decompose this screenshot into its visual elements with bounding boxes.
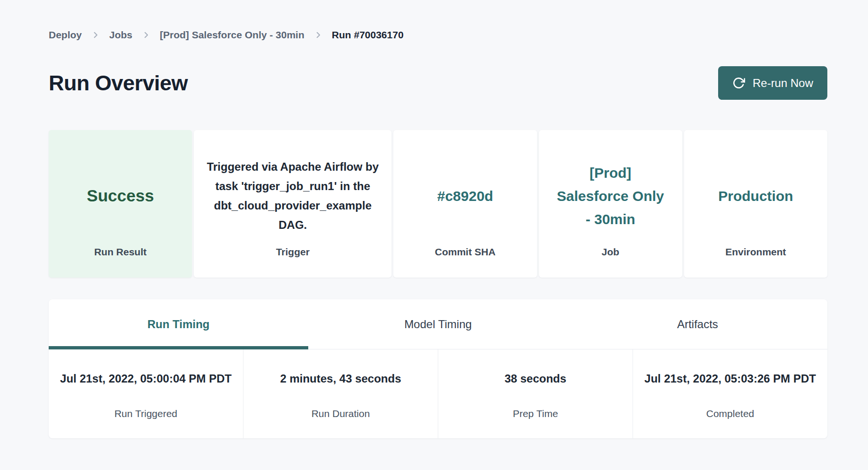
run-timing-content: Jul 21st, 2022, 05:00:04 PM PDT Run Trig… — [49, 349, 827, 438]
job-card: [Prod] Salesforce Only - 30min Job — [539, 130, 682, 278]
prep-time-label: Prep Time — [438, 408, 633, 419]
prep-time-value: 38 seconds — [443, 369, 628, 407]
rerun-now-button-label: Re-run Now — [753, 77, 813, 90]
tab-model-timing[interactable]: Model Timing — [308, 299, 568, 349]
run-triggered-cell: Jul 21st, 2022, 05:00:04 PM PDT Run Trig… — [49, 349, 243, 438]
breadcrumb-item-run-number: Run #70036170 — [332, 29, 404, 41]
run-result-value: Success — [87, 186, 154, 205]
job-link[interactable]: [Prod] Salesforce Only - 30min — [555, 161, 666, 231]
tab-bar: Run Timing Model Timing Artifacts — [49, 299, 827, 349]
chevron-right-icon — [142, 31, 150, 39]
prep-time-cell: 38 seconds Prep Time — [438, 349, 633, 438]
page-header: Run Overview Re-run Now — [49, 66, 827, 100]
rerun-now-button[interactable]: Re-run Now — [718, 66, 827, 100]
commit-sha-link[interactable]: #c8920d — [437, 184, 493, 208]
environment-label: Environment — [695, 246, 816, 258]
tab-artifacts[interactable]: Artifacts — [568, 299, 827, 349]
run-result-card: Success Run Result — [49, 130, 192, 278]
run-triggered-label: Run Triggered — [49, 408, 243, 419]
chevron-right-icon — [91, 31, 100, 39]
environment-value-wrap: Production — [695, 145, 816, 246]
chevron-right-icon — [314, 31, 322, 39]
trigger-label: Trigger — [205, 246, 380, 258]
environment-link[interactable]: Production — [718, 184, 793, 208]
run-summary-cards: Success Run Result Triggered via Apache … — [49, 130, 827, 278]
commit-sha-value-wrap: #c8920d — [405, 145, 525, 246]
commit-sha-label: Commit SHA — [405, 246, 525, 258]
job-label: Job — [550, 246, 671, 258]
trigger-value: Triggered via Apache Airflow by task 'tr… — [205, 157, 380, 235]
run-triggered-value: Jul 21st, 2022, 05:00:04 PM PDT — [54, 369, 238, 407]
refresh-icon — [732, 77, 745, 89]
page-title: Run Overview — [49, 71, 188, 96]
run-result-label: Run Result — [60, 246, 181, 258]
run-details-panel: Run Timing Model Timing Artifacts Jul 21… — [49, 299, 827, 438]
run-duration-label: Run Duration — [243, 408, 438, 419]
completed-label: Completed — [633, 408, 827, 419]
run-duration-cell: 2 minutes, 43 seconds Run Duration — [243, 349, 438, 438]
trigger-value-wrap: Triggered via Apache Airflow by task 'tr… — [205, 145, 380, 246]
job-value-wrap: [Prod] Salesforce Only - 30min — [550, 145, 671, 246]
breadcrumb-item-deploy[interactable]: Deploy — [49, 29, 82, 41]
tab-run-timing[interactable]: Run Timing — [49, 299, 308, 349]
completed-value: Jul 21st, 2022, 05:03:26 PM PDT — [638, 369, 823, 407]
run-result-value-wrap: Success — [60, 145, 181, 246]
completed-cell: Jul 21st, 2022, 05:03:26 PM PDT Complete… — [633, 349, 827, 438]
breadcrumb: Deploy Jobs [Prod] Salesforce Only - 30m… — [49, 26, 827, 44]
run-overview-page: Deploy Jobs [Prod] Salesforce Only - 30m… — [0, 0, 868, 438]
run-duration-value: 2 minutes, 43 seconds — [249, 369, 433, 407]
commit-sha-card: #c8920d Commit SHA — [393, 130, 537, 278]
breadcrumb-item-jobs[interactable]: Jobs — [109, 29, 132, 41]
breadcrumb-item-job-name[interactable]: [Prod] Salesforce Only - 30min — [160, 29, 304, 41]
environment-card: Production Environment — [684, 130, 827, 278]
trigger-card: Triggered via Apache Airflow by task 'tr… — [194, 130, 391, 278]
